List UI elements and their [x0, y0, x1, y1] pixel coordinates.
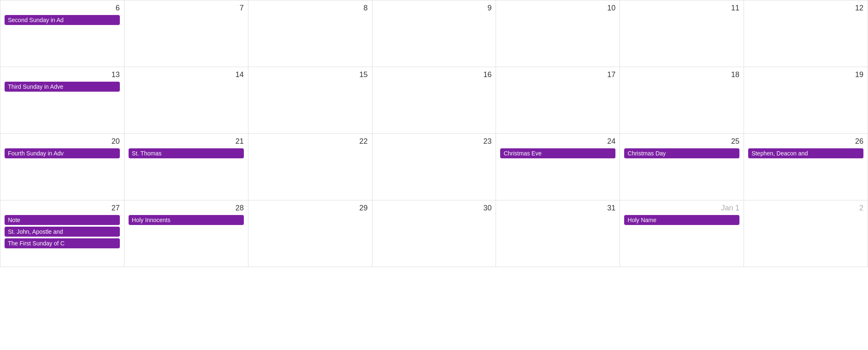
calendar-cell: 30: [372, 200, 496, 267]
event-badge[interactable]: Second Sunday in Ad: [5, 15, 120, 25]
cell-date: 10: [500, 4, 615, 12]
calendar-cell: 25Christmas Day: [620, 134, 744, 200]
calendar-cell: 20Fourth Sunday in Adv: [0, 134, 124, 200]
event-badge[interactable]: The First Sunday of C: [5, 238, 120, 248]
calendar-cell: 12: [744, 0, 868, 67]
calendar-cell: 9: [372, 0, 496, 67]
event-badge[interactable]: St. Thomas: [129, 148, 244, 158]
calendar-cell: 17: [496, 67, 620, 134]
cell-date: 16: [377, 70, 492, 79]
calendar-cell: 11: [620, 0, 744, 67]
event-badge[interactable]: Christmas Eve: [500, 148, 615, 158]
calendar-cell: 29: [248, 200, 372, 267]
calendar-cell: 24Christmas Eve: [496, 134, 620, 200]
cell-date: Jan 1: [624, 204, 739, 212]
cell-date: 29: [253, 204, 368, 212]
cell-date: 24: [500, 137, 615, 146]
calendar-cell: 13Third Sunday in Adve: [0, 67, 124, 134]
cell-date: 23: [377, 137, 492, 146]
cell-date: 8: [253, 4, 368, 12]
cell-date: 6: [5, 4, 120, 12]
cell-date: 30: [377, 204, 492, 212]
calendar-cell: 28Holy Innocents: [124, 200, 248, 267]
cell-date: 14: [129, 70, 244, 79]
cell-date: 22: [253, 137, 368, 146]
cell-date: 9: [377, 4, 492, 12]
cell-date: 28: [129, 204, 244, 212]
calendar-cell: 8: [248, 0, 372, 67]
calendar-cell: 6Second Sunday in Ad: [0, 0, 124, 67]
cell-date: 25: [624, 137, 739, 146]
calendar-cell: 21St. Thomas: [124, 134, 248, 200]
cell-date: 31: [500, 204, 615, 212]
event-badge[interactable]: Christmas Day: [624, 148, 739, 158]
event-badge[interactable]: Note: [5, 215, 120, 225]
cell-date: 21: [129, 137, 244, 146]
calendar-cell: 19: [744, 67, 868, 134]
cell-date: 12: [748, 4, 863, 12]
cell-date: 27: [5, 204, 120, 212]
event-badge[interactable]: Holy Innocents: [129, 215, 244, 225]
event-badge[interactable]: St. John, Apostle and: [5, 227, 120, 237]
cell-date: 15: [253, 70, 368, 79]
calendar-cell: 7: [124, 0, 248, 67]
cell-date: 19: [748, 70, 863, 79]
calendar-cell: 10: [496, 0, 620, 67]
calendar-cell: 27NoteSt. John, Apostle andThe First Sun…: [0, 200, 124, 267]
calendar-cell: 16: [372, 67, 496, 134]
calendar-grid: 6Second Sunday in Ad78910111213Third Sun…: [0, 0, 868, 267]
calendar-cell: 2: [744, 200, 868, 267]
event-badge[interactable]: Stephen, Deacon and: [748, 148, 863, 158]
cell-date: 2: [748, 204, 863, 212]
cell-date: 26: [748, 137, 863, 146]
calendar-cell: 18: [620, 67, 744, 134]
event-badge[interactable]: Fourth Sunday in Adv: [5, 148, 120, 158]
calendar-cell: 14: [124, 67, 248, 134]
cell-date: 7: [129, 4, 244, 12]
calendar-cell: 22: [248, 134, 372, 200]
cell-date: 18: [624, 70, 739, 79]
event-badge[interactable]: Holy Name: [624, 215, 739, 225]
cell-date: 13: [5, 70, 120, 79]
calendar-cell: 15: [248, 67, 372, 134]
cell-date: 17: [500, 70, 615, 79]
calendar-cell: 31: [496, 200, 620, 267]
cell-date: 20: [5, 137, 120, 146]
cell-date: 11: [624, 4, 739, 12]
calendar-cell: 26Stephen, Deacon and: [744, 134, 868, 200]
calendar-cell: 23: [372, 134, 496, 200]
calendar-cell: Jan 1Holy Name: [620, 200, 744, 267]
event-badge[interactable]: Third Sunday in Adve: [5, 82, 120, 92]
